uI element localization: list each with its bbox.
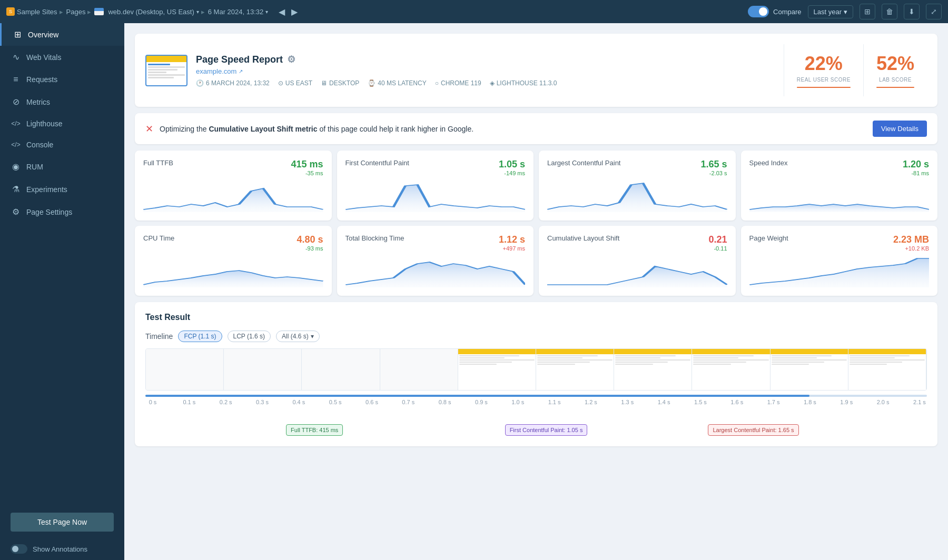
metric-value: 1.05 s [499,159,525,170]
metric-value: 1.20 s [903,159,929,170]
sidebar-item-web-vitals[interactable]: ∿ Web Vitals [0,46,124,68]
ruler-tick: 0.2 s [219,399,233,405]
breadcrumb-webdev[interactable]: web.dev (Desktop, US East) ▾ ▸ [94,8,204,16]
timeline-frame [614,349,692,390]
sidebar-item-page-settings[interactable]: ⚙ Page Settings [0,201,124,223]
metric-value-wrap: 415 ms -35 ms [291,159,323,176]
new-tab-button[interactable]: ⊞ [860,4,875,19]
metric-card-page-weight: Page Weight 2.23 MB +10.2 KB [741,226,938,296]
sidebar-item-requests[interactable]: ≡ Requests [0,68,124,91]
report-meta: 🕐 6 MARCH 2024, 13:32 ⊙ US EAST 🖥 DESKTO… [196,79,775,87]
breadcrumb-sample-sites[interactable]: S Sample Sites ▸ [6,7,63,16]
chevron-icon: ▸ [60,8,63,16]
lab-score-underline [876,87,914,88]
metric-header: Total Blocking Time 1.12 s +497 ms [345,234,526,252]
report-url[interactable]: example.com ↗ [196,67,775,75]
topbar: S Sample Sites ▸ Pages ▸ web.dev (Deskto… [0,0,948,23]
share-button[interactable]: ⤢ [926,4,942,19]
timeline-frames [145,348,927,391]
sidebar-item-rum[interactable]: ◉ RUM [0,155,124,178]
metric-value-wrap: 1.12 s +497 ms [499,234,525,252]
ruler-tick: 1.0 s [510,399,525,405]
chart-svg [547,256,727,287]
metric-value: 1.65 s [700,159,727,170]
metric-name: Largest Contentful Paint [547,159,620,167]
report-thumbnail [145,55,187,86]
breadcrumb-pages[interactable]: Pages ▸ [66,8,92,16]
test-result: Test Result Timeline FCP (1.1 s) LCP (1.… [135,302,937,446]
delete-button[interactable]: 🗑 [882,4,897,19]
metric-chart [547,256,727,287]
chevron-icon: ▸ [201,8,205,16]
sites-icon: S [6,7,15,16]
external-link-icon: ↗ [239,68,243,74]
dropdown-chevron-icon: ▾ [311,333,314,340]
ruler-tick: 0.6 s [364,399,379,405]
web-vitals-icon: ∿ [11,52,21,62]
rum-icon: ◉ [11,162,21,172]
real-user-score-card: 22% REAL USER SCORE [784,44,863,96]
test-page-now-button[interactable]: Test Page Now [11,513,114,532]
lcp-tag[interactable]: LCP (1.6 s) [228,331,271,342]
ruler-tick: 1.4 s [657,399,671,405]
ruler-tick: 0.1 s [182,399,196,405]
fcp-tag[interactable]: FCP (1.1 s) [178,331,222,342]
metric-delta: +10.2 KB [893,245,929,252]
ruler-tick: 0.8 s [438,399,452,405]
sidebar-item-console[interactable]: </> Console [0,134,124,155]
location-icon: ⊙ [278,79,283,87]
metric-value-wrap: 4.80 s -93 ms [297,234,323,252]
metric-value-wrap: 1.65 s -2.03 s [700,159,727,176]
meta-browser: ○ CHROME 119 [435,79,481,87]
ruler-tick: 1.7 s [766,399,781,405]
sidebar-item-metrics[interactable]: ⊘ Metrics [0,91,124,113]
main-content: Page Speed Report ⚙ example.com ↗ 🕐 6 MA… [124,23,948,560]
compare-toggle[interactable] [748,6,769,17]
ruler-tick: 0.9 s [474,399,489,405]
console-icon: </> [11,141,21,148]
sidebar-item-overview[interactable]: ⊞ Overview [0,23,124,46]
sidebar-item-experiments[interactable]: ⚗ Experiments [0,178,124,201]
metric-name: Speed Index [749,159,788,167]
metric-header: First Contentful Paint 1.05 s -149 ms [345,159,526,176]
last-year-button[interactable]: Last year ▾ [808,5,853,18]
real-user-score-value: 22% [797,53,851,75]
sidebar-item-lighthouse[interactable]: </> Lighthouse [0,113,124,134]
timeline-frame [458,349,536,390]
device-icon: 🖥 [321,79,327,87]
timeline-area: 0 s0.1 s0.2 s0.3 s0.4 s0.5 s0.6 s0.7 s0.… [145,348,927,436]
metric-delta: -2.03 s [700,170,727,176]
settings-icon[interactable]: ⚙ [287,54,295,65]
timeline-frame [380,349,458,390]
progress-bar-wrap [145,395,927,397]
real-user-score-label: REAL USER SCORE [797,77,851,83]
ruler-tick: 1.2 s [584,399,598,405]
metric-chart [143,181,323,212]
metric-value: 415 ms [291,159,323,170]
ruler-tick: 1.8 s [803,399,817,405]
metric-card-first-contentful-paint: First Contentful Paint 1.05 s -149 ms [337,151,534,221]
prev-button[interactable]: ◀ [276,5,287,19]
ruler-tick: 1.5 s [693,399,708,405]
timeline-frame [692,349,770,390]
metric-name: Page Weight [749,234,788,242]
overview-icon: ⊞ [12,29,23,39]
view-details-button[interactable]: View Details [873,121,927,137]
chart-svg [345,256,526,287]
metric-name: Cumulative Layout Shift [547,234,619,242]
score-cards: 22% REAL USER SCORE 52% LAB SCORE [784,44,927,96]
ruler-tick: 1.9 s [839,399,854,405]
all-dropdown[interactable]: All (4.6 s) ▾ [276,331,320,342]
timeline-label: Timeline [145,332,173,341]
metric-header: CPU Time 4.80 s -93 ms [143,234,323,252]
next-button[interactable]: ▶ [289,5,300,19]
report-header: Page Speed Report ⚙ example.com ↗ 🕐 6 MA… [135,34,937,107]
download-button[interactable]: ⬇ [904,4,920,19]
breadcrumb-date[interactable]: 6 Mar 2024, 13:32 ▾ [208,8,269,16]
annotations-toggle[interactable] [11,544,27,554]
ttfb-marker: Full TTFB: 415 ms [286,424,343,436]
topbar-right: Compare Last year ▾ ⊞ 🗑 ⬇ ⤢ [748,4,942,19]
lighthouse-version-icon: ◈ [490,79,495,87]
chart-svg [749,256,930,287]
metric-value-wrap: 1.05 s -149 ms [499,159,525,176]
